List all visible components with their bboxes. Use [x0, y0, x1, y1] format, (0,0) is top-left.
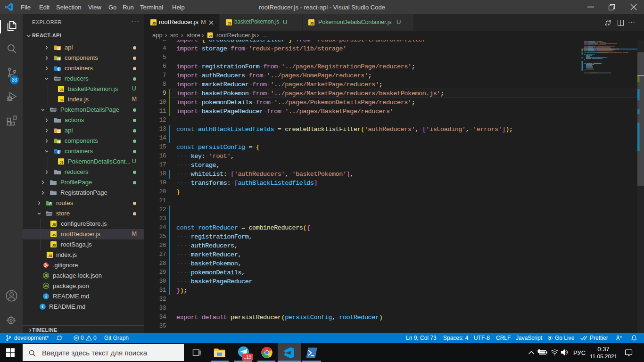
svg-text:JS: JS: [310, 22, 314, 25]
svg-text:JS: JS: [152, 22, 156, 25]
svg-text:JS: JS: [49, 254, 52, 257]
svg-text:JS: JS: [44, 284, 48, 288]
svg-text:JS: JS: [60, 88, 64, 91]
svg-text:JS: JS: [209, 34, 212, 37]
svg-text:JS: JS: [44, 274, 48, 277]
svg-text:JS: JS: [52, 244, 56, 247]
svg-text:JS: JS: [228, 22, 231, 25]
svg-text:JS: JS: [52, 233, 56, 237]
svg-text:JS: JS: [60, 99, 64, 102]
svg-text:JS: JS: [60, 161, 64, 164]
svg-text:JS: JS: [52, 223, 56, 226]
